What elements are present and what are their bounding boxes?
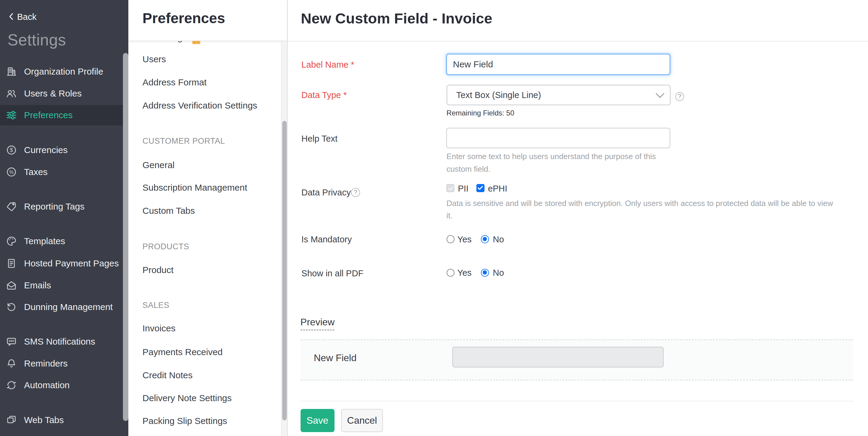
svg-text:SMS: SMS [8, 340, 14, 343]
svg-text:$: $ [10, 147, 13, 153]
svg-text:%: % [9, 170, 13, 175]
